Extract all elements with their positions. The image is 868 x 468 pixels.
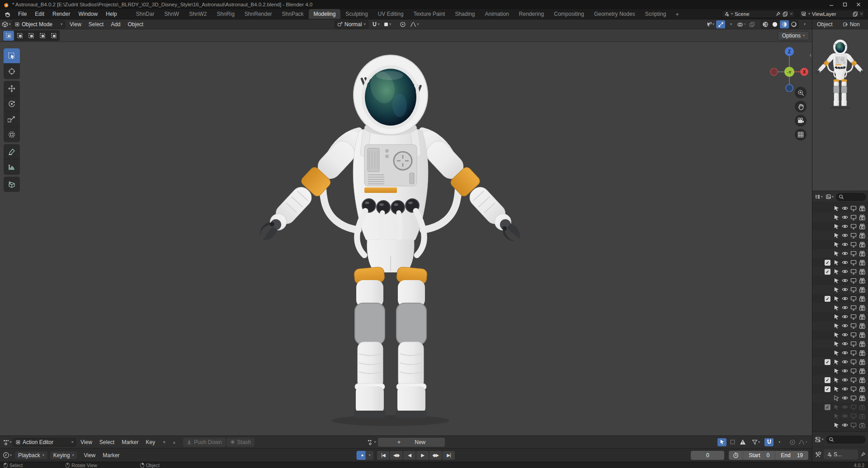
selectable-icon[interactable]	[834, 422, 840, 428]
transport-button[interactable]: ◀	[403, 451, 416, 460]
outliner-row[interactable]: ✓	[812, 366, 868, 375]
tool-annotate[interactable]	[4, 144, 20, 159]
disable-renders-icon[interactable]	[859, 386, 866, 392]
selectable-icon[interactable]	[834, 305, 840, 311]
dope-menu-item[interactable]: Select	[96, 437, 118, 447]
shading-material-preview-button[interactable]	[780, 20, 789, 28]
outliner-search[interactable]	[836, 193, 866, 201]
hide-viewport-icon[interactable]	[842, 251, 848, 256]
gizmos-toggle[interactable]	[716, 20, 725, 28]
workspace-tab[interactable]: Scripting	[640, 9, 671, 19]
disable-renders-icon[interactable]	[859, 269, 866, 275]
start-frame-field[interactable]: Start0	[743, 451, 775, 460]
secondary-link-selector[interactable]: Non	[843, 21, 860, 28]
timeline-view-menu[interactable]: View	[80, 450, 99, 460]
secondary-viewport[interactable]	[812, 29, 868, 191]
disable-renders-icon[interactable]	[859, 305, 866, 311]
viewport-menu-item[interactable]: View	[66, 19, 85, 29]
hide-viewport-icon[interactable]	[842, 422, 848, 428]
workspace-tab[interactable]: ShnDar	[131, 9, 160, 19]
playback-menu[interactable]: Playback▾	[14, 451, 48, 460]
maximize-button[interactable]	[838, 0, 852, 9]
hide-viewport-icon[interactable]	[842, 359, 848, 365]
collection-checkbox[interactable]: ✓	[825, 269, 830, 275]
disable-viewports-icon[interactable]	[850, 233, 857, 239]
hide-viewport-icon[interactable]	[842, 332, 848, 337]
transport-button[interactable]: |◀	[377, 451, 390, 460]
collection-checkbox[interactable]: ✓	[825, 260, 830, 266]
outliner-row[interactable]: ✓	[812, 231, 868, 240]
outliner-row[interactable]: ✓	[812, 339, 868, 348]
disable-renders-icon[interactable]	[859, 215, 866, 220]
select-mode-button[interactable]	[14, 31, 25, 41]
snap-target-selector[interactable]: ▾	[383, 20, 392, 28]
hide-viewport-icon[interactable]	[842, 233, 848, 238]
dope-menu-item[interactable]: Marker	[118, 437, 142, 447]
disable-renders-icon[interactable]	[859, 332, 866, 338]
gizmos-dropdown[interactable]: ▾	[726, 20, 736, 28]
hide-viewport-icon[interactable]	[842, 413, 848, 419]
tool-move[interactable]	[4, 81, 20, 96]
view-layer-selector[interactable]: ▾ ViewLayer ×	[799, 10, 865, 18]
hide-viewport-icon[interactable]	[842, 242, 848, 247]
selectable-icon[interactable]	[834, 296, 840, 302]
tool-transform[interactable]	[4, 127, 20, 142]
selectable-icon[interactable]	[834, 278, 840, 284]
disable-renders-icon[interactable]	[859, 350, 866, 356]
shading-wireframe-button[interactable]	[761, 20, 770, 28]
viewport-3d[interactable]: Z X -Y	[0, 42, 812, 435]
selectable-icon[interactable]	[834, 359, 840, 365]
select-mode-button[interactable]	[37, 31, 48, 41]
pan-button[interactable]	[795, 101, 807, 112]
workspace-tab[interactable]: ShnW2	[184, 9, 212, 19]
blender-app-menu[interactable]	[2, 9, 14, 19]
orthographic-toggle-button[interactable]	[795, 129, 807, 140]
keying-menu[interactable]: Keying▾	[50, 451, 78, 460]
outliner-row[interactable]: ✓	[812, 276, 868, 285]
end-frame-field[interactable]: End19	[775, 451, 808, 460]
tool-scale[interactable]	[4, 112, 20, 127]
disable-renders-icon[interactable]	[859, 260, 866, 266]
outliner-display-mode-selector[interactable]: ▾	[814, 193, 823, 201]
outliner-row[interactable]: ✓	[812, 285, 868, 294]
disable-renders-icon[interactable]	[859, 251, 866, 257]
proportional-editing-toggle[interactable]	[398, 20, 407, 28]
disable-viewports-icon[interactable]	[850, 368, 857, 374]
push-down-button[interactable]: Push Down	[183, 438, 225, 447]
workspace-tab[interactable]: ShnRender	[240, 9, 277, 19]
hide-viewport-icon[interactable]	[842, 368, 848, 374]
disable-viewports-icon[interactable]	[850, 251, 857, 257]
outliner-row[interactable]: ✓	[812, 384, 868, 393]
selectable-icon[interactable]	[834, 386, 840, 392]
outliner-row[interactable]: ✓	[812, 249, 868, 258]
menu-item[interactable]: Edit	[31, 9, 48, 19]
proportional-falloff-selector[interactable]: ▾	[410, 20, 419, 28]
disable-viewports-icon[interactable]	[850, 341, 857, 347]
collection-checkbox[interactable]: ✓	[825, 377, 830, 383]
selectable-icon[interactable]	[834, 413, 840, 419]
selectable-icon[interactable]	[834, 332, 840, 338]
dope-mode-selector[interactable]: Action Editor ▾	[13, 438, 76, 446]
disable-viewports-icon[interactable]	[850, 314, 857, 320]
zoom-button[interactable]	[795, 87, 807, 98]
shading-dropdown[interactable]: ▾	[800, 20, 809, 28]
outliner-row[interactable]: ✓	[812, 303, 868, 312]
disable-viewports-icon[interactable]	[850, 377, 857, 383]
pin-icon[interactable]	[775, 11, 781, 17]
use-preview-range-toggle[interactable]	[729, 451, 743, 460]
editor-type-selector[interactable]: ▾	[2, 20, 11, 28]
disable-viewports-icon[interactable]	[850, 206, 857, 211]
disable-renders-icon[interactable]	[859, 422, 866, 428]
disable-viewports-icon[interactable]	[850, 386, 857, 392]
transport-button[interactable]: ◀◆	[390, 451, 403, 460]
camera-view-button[interactable]	[795, 115, 807, 126]
hide-viewport-icon[interactable]	[842, 386, 848, 392]
disable-renders-icon[interactable]	[859, 413, 866, 419]
hide-viewport-icon[interactable]	[842, 278, 848, 283]
disable-viewports-icon[interactable]	[850, 215, 857, 220]
hide-viewport-icon[interactable]	[842, 269, 848, 274]
hide-viewport-icon[interactable]	[842, 296, 848, 301]
hide-viewport-icon[interactable]	[842, 377, 848, 383]
proportional-editing-toggle[interactable]	[788, 438, 797, 446]
selectable-icon[interactable]	[834, 287, 840, 293]
